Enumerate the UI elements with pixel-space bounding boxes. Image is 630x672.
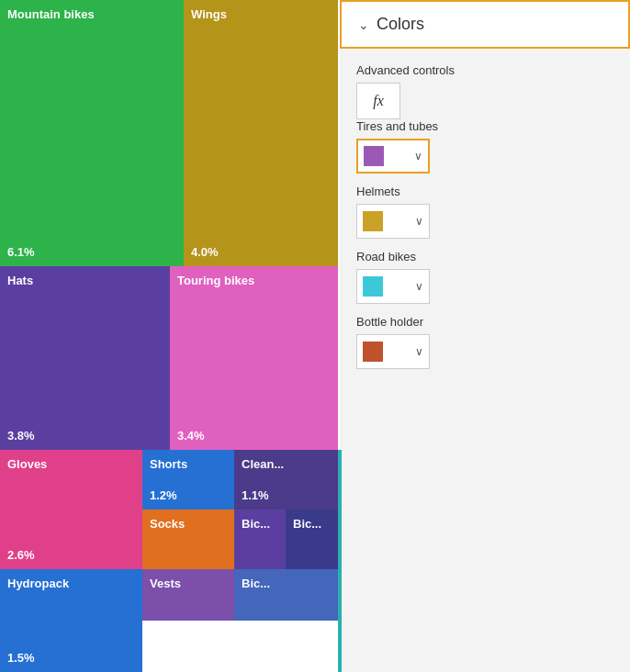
color-dropdown-2[interactable]: ∨: [356, 269, 430, 304]
fx-button[interactable]: fx: [356, 83, 400, 119]
cell-pct: 1.1%: [242, 488, 269, 502]
fx-label: fx: [373, 93, 384, 109]
color-dropdown-3[interactable]: ∨: [356, 334, 430, 369]
cell-title: Clean...: [242, 457, 284, 471]
color-swatch-3: [363, 342, 383, 362]
cell-title: Touring bikes: [177, 274, 254, 287]
cell-pct: 2.6%: [7, 548, 35, 562]
colors-body: Advanced controls fx Tires and tubes∨Hel…: [340, 49, 630, 384]
color-dropdown-1[interactable]: ∨: [356, 204, 430, 239]
dropdown-chevron-icon: ∨: [415, 345, 423, 358]
cell-pct: 4.0%: [191, 245, 219, 259]
color-swatch-0: [364, 146, 384, 166]
dropdown-chevron-icon: ∨: [415, 215, 423, 228]
cell-title: Wings: [191, 7, 227, 21]
treemap-cell-clean: Clean...1.1%: [234, 450, 338, 510]
treemap-cell-hydropack: Hydropack1.5%: [0, 569, 142, 672]
treemap-cell-bic1: Bic...: [234, 510, 286, 569]
cell-pct: 3.4%: [177, 429, 205, 442]
treemap-cell-wings: Wings4.0%: [184, 0, 338, 266]
dropdown-chevron-icon: ∨: [414, 150, 422, 162]
dropdown-chevron-icon: ∨: [415, 280, 423, 293]
color-item-label-1: Helmets: [356, 185, 613, 198]
cell-title: Bic...: [242, 517, 270, 531]
color-item-label-2: Road bikes: [356, 250, 613, 263]
chevron-down-icon: ⌄: [358, 17, 369, 32]
treemap-cell-vests: Vests: [142, 569, 234, 621]
cell-title: Vests: [150, 577, 181, 590]
cell-title: Bic...: [293, 517, 321, 531]
color-dropdown-0[interactable]: ∨: [356, 139, 430, 174]
treemap: Mountain bikes6.1%Wings4.0%Hats3.8%Touri…: [0, 0, 340, 672]
cell-pct: 1.2%: [150, 488, 177, 502]
cell-pct: 1.5%: [7, 651, 35, 665]
cell-pct: 6.1%: [7, 245, 35, 259]
treemap-cell-hats: Hats3.8%: [0, 266, 170, 450]
advanced-controls-label: Advanced controls: [356, 63, 613, 77]
treemap-cell-mountain-bikes: Mountain bikes6.1%: [0, 0, 184, 266]
treemap-cell-gloves: Gloves2.6%: [0, 450, 142, 569]
cell-title: Shorts: [150, 457, 187, 471]
colors-title: Colors: [377, 15, 424, 34]
cell-title: Gloves: [7, 457, 47, 471]
cell-pct: 3.8%: [7, 429, 35, 442]
colors-header[interactable]: ⌄ Colors: [340, 0, 630, 49]
colors-panel: ⌄ Colors Advanced controls fx Tires and …: [340, 0, 630, 672]
treemap-cell-shorts: Shorts1.2%: [142, 450, 234, 510]
color-item-label-3: Bottle holder: [356, 315, 613, 329]
cell-title: Hats: [7, 274, 33, 287]
color-swatch-2: [363, 276, 383, 297]
cell-title: Socks: [150, 517, 185, 531]
cell-title: Mountain bikes: [7, 7, 95, 21]
treemap-cell-teal-bar: [338, 450, 342, 672]
cell-title: Bic...: [242, 577, 270, 590]
treemap-cell-touring-bikes: Touring bikes3.4%: [170, 266, 338, 450]
color-item-label-0: Tires and tubes: [356, 119, 613, 133]
color-swatch-1: [363, 211, 383, 231]
treemap-cell-socks: Socks: [142, 510, 234, 569]
treemap-cell-bic2: Bic...: [286, 510, 338, 569]
treemap-cell-bic3: Bic...: [234, 569, 338, 621]
cell-title: Hydropack: [7, 577, 69, 590]
